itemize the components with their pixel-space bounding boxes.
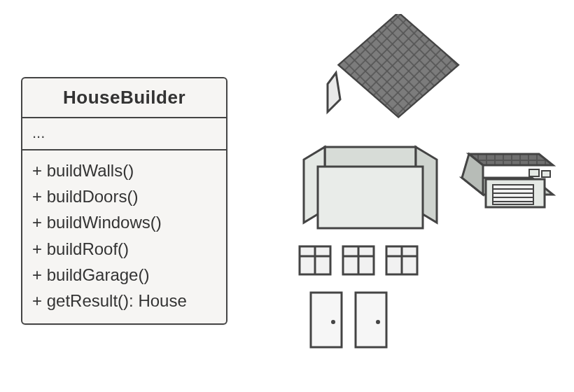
- doors-icon: [311, 293, 386, 347]
- class-methods: + buildWalls() + buildDoors() + buildWin…: [22, 150, 226, 323]
- svg-marker-8: [328, 73, 340, 112]
- method-get-result: + getResult(): House: [32, 288, 216, 314]
- svg-rect-36: [356, 293, 386, 347]
- house-illustration: [238, 14, 567, 378]
- method-build-windows: + buildWindows(): [32, 209, 216, 235]
- svg-point-35: [331, 320, 335, 324]
- svg-marker-7: [338, 14, 458, 118]
- svg-marker-13: [318, 167, 423, 228]
- garage-icon: [462, 154, 553, 207]
- method-build-walls: + buildWalls(): [32, 158, 216, 183]
- roof-icon: [328, 14, 458, 118]
- method-build-garage: + buildGarage(): [32, 262, 216, 288]
- class-name: HouseBuilder: [22, 78, 226, 118]
- class-box: HouseBuilder ... + buildWalls() + buildD…: [21, 77, 227, 325]
- svg-rect-18: [529, 169, 539, 176]
- method-build-roof: + buildRoof(): [32, 236, 216, 262]
- method-build-doors: + buildDoors(): [32, 183, 216, 209]
- svg-rect-19: [542, 171, 550, 177]
- class-fields: ...: [22, 118, 226, 150]
- windows-icon: [300, 246, 417, 274]
- svg-point-37: [376, 320, 380, 324]
- svg-rect-34: [311, 293, 342, 347]
- walls-icon: [304, 147, 437, 228]
